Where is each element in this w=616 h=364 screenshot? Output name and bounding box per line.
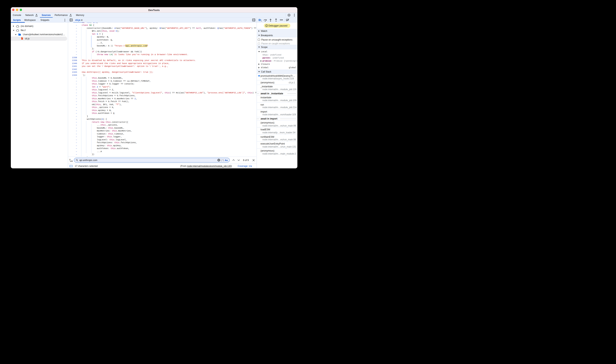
svg-text:A: A <box>69 158 70 160</box>
svg-text:B: B <box>71 160 73 162</box>
